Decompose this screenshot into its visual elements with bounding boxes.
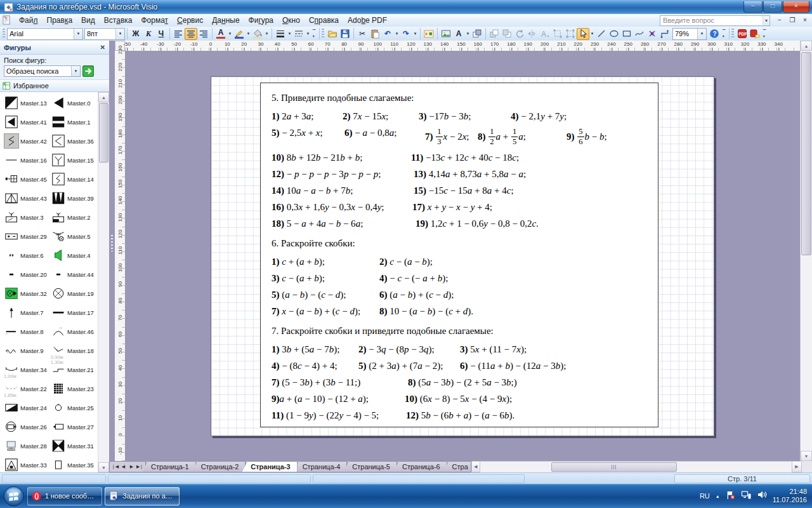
nav-first-icon[interactable]: ❘◀ bbox=[111, 464, 119, 469]
master-shape-Master.3[interactable]: Master.3 bbox=[4, 208, 51, 227]
chevron-down-icon[interactable]: ▾ bbox=[465, 28, 471, 40]
copy-drawing-button[interactable] bbox=[471, 28, 483, 40]
help-button[interactable]: ? bbox=[708, 28, 721, 40]
scroll-left-icon[interactable]: ◀ bbox=[471, 461, 480, 472]
menu-item-Фигура[interactable]: Фигура bbox=[244, 15, 278, 26]
selection-frame-button[interactable] bbox=[551, 28, 564, 40]
mdi-close-button[interactable]: × bbox=[801, 16, 809, 25]
undo-button[interactable]: ↶ bbox=[381, 28, 394, 40]
scroll-down-icon[interactable]: ▼ bbox=[801, 451, 812, 461]
scroll-up-icon[interactable]: ▲ bbox=[801, 41, 812, 51]
paste-button[interactable] bbox=[369, 28, 381, 40]
mdi-restore-button[interactable]: ❐ bbox=[788, 16, 797, 25]
master-shape-Master.32[interactable]: Master.32 bbox=[4, 284, 51, 303]
page-tab-Страница-3[interactable]: Страница-3 bbox=[242, 461, 297, 472]
master-shape-Master.8[interactable]: Master.8 bbox=[4, 322, 51, 341]
scroll-up-icon[interactable]: ▲ bbox=[98, 92, 109, 102]
line-color-button[interactable] bbox=[233, 28, 246, 40]
favorites-section-header[interactable]: Избранное bbox=[0, 79, 109, 92]
save-button[interactable] bbox=[339, 28, 351, 40]
connection-point-button[interactable] bbox=[646, 28, 658, 40]
network-icon[interactable] bbox=[741, 490, 751, 502]
send-to-back-button[interactable] bbox=[501, 28, 513, 40]
master-shape-Master.25[interactable]: Master.25 bbox=[51, 398, 98, 417]
master-shape-Master.18[interactable]: 0,90мMaster.18 bbox=[51, 341, 98, 360]
toolbar-options-button[interactable]: ▔▾ bbox=[761, 28, 768, 40]
action-center-flag-icon[interactable] bbox=[726, 490, 735, 502]
line-tool-button[interactable] bbox=[595, 28, 608, 40]
page-tab-Страница-4[interactable]: Страница-4 bbox=[294, 461, 348, 472]
language-indicator[interactable]: RU bbox=[700, 492, 710, 500]
toolbar-options-button[interactable]: ▔▾ bbox=[721, 28, 727, 40]
resize-corner[interactable] bbox=[802, 461, 812, 472]
menu-item-Формат[interactable]: Формат bbox=[136, 15, 173, 26]
stencil-button[interactable] bbox=[422, 28, 435, 40]
taskbar-task-visio[interactable]: Задания по алге... bbox=[105, 487, 180, 505]
line-pattern-button[interactable] bbox=[292, 28, 305, 40]
master-shape-Master.9[interactable]: Master.9 bbox=[4, 341, 51, 360]
master-shape-Master.31[interactable]: Master.31 bbox=[51, 436, 98, 455]
chevron-down-icon[interactable]: ▾ bbox=[74, 29, 82, 39]
master-shape-Master.15[interactable]: Master.15 bbox=[51, 150, 98, 170]
menu-item-Вид[interactable]: Вид bbox=[77, 15, 100, 26]
toolbar-grip[interactable] bbox=[3, 29, 5, 39]
shape-search-input[interactable]: Образец поиска ▾ bbox=[4, 65, 81, 77]
page-tab-Страница-6[interactable]: Страница-6 bbox=[393, 461, 447, 472]
chevron-down-icon[interactable]: ▾ bbox=[71, 66, 80, 76]
pdf-review-button[interactable] bbox=[749, 28, 761, 40]
master-shape-Master.1[interactable]: Master.1 bbox=[51, 112, 98, 131]
nav-prev-icon[interactable]: ◀ bbox=[119, 464, 128, 469]
chevron-down-icon[interactable]: ▾ bbox=[589, 28, 595, 40]
master-shape-Master.39[interactable]: Master.39 bbox=[51, 189, 98, 208]
window-minimize-button[interactable]: − bbox=[743, 1, 763, 13]
decrease-font-button[interactable]: A bbox=[539, 28, 551, 40]
master-shape-Master.42[interactable]: Master.42 bbox=[4, 131, 51, 150]
toolbar-grip[interactable] bbox=[322, 29, 324, 39]
volume-icon[interactable] bbox=[757, 490, 767, 502]
master-shape-Master.2[interactable]: Master.2 bbox=[51, 208, 98, 227]
chevron-down-icon[interactable]: ▾ bbox=[227, 28, 233, 40]
master-shape-Master.35[interactable]: Master.35 bbox=[51, 455, 98, 472]
chevron-down-icon[interactable]: ▾ bbox=[412, 28, 418, 40]
clock[interactable]: 21:48 11.07.2016 bbox=[773, 488, 807, 504]
selection-net-button[interactable] bbox=[564, 28, 577, 40]
master-shape-Master.20[interactable]: Master.20 bbox=[4, 265, 51, 284]
menu-item-Справка[interactable]: Справка bbox=[304, 15, 343, 26]
chevron-down-icon[interactable]: ▾ bbox=[115, 29, 124, 39]
menu-item-Файл[interactable]: Файл bbox=[15, 15, 43, 26]
nav-last-icon[interactable]: ▶❘ bbox=[136, 464, 144, 469]
font-name-combo[interactable]: Arial▾ bbox=[7, 28, 83, 40]
exercise-text-frame[interactable]: 5. Приведите подобные слагаемые:1) 2a + … bbox=[260, 83, 658, 427]
chevron-down-icon[interactable]: ▾ bbox=[264, 28, 270, 40]
master-shape-Master.17[interactable]: Master.17 bbox=[51, 303, 98, 322]
toolbar-options-button[interactable]: ▔▾ bbox=[311, 28, 317, 40]
chevron-down-icon[interactable]: ▾ bbox=[305, 28, 311, 40]
master-shape-Master.46[interactable]: Master.46 bbox=[51, 322, 98, 341]
italic-button[interactable]: К bbox=[142, 28, 155, 40]
master-shape-Master.36[interactable]: Master.36 bbox=[51, 131, 98, 150]
master-shape-Master.28[interactable]: Master.28 bbox=[4, 436, 51, 455]
chevron-down-icon[interactable]: ▾ bbox=[287, 28, 292, 40]
pdf-convert-button[interactable]: PDF bbox=[736, 28, 749, 40]
bold-button[interactable]: Ж bbox=[129, 28, 142, 40]
search-go-button[interactable] bbox=[82, 65, 94, 77]
font-color-button[interactable]: A bbox=[214, 28, 227, 40]
line-weight-button[interactable] bbox=[274, 28, 287, 40]
master-shape-Master.5[interactable]: Master.5 bbox=[51, 227, 98, 246]
bring-to-front-button[interactable] bbox=[488, 28, 501, 40]
menu-item-Вставка[interactable]: Вставка bbox=[100, 15, 137, 26]
page-tab-Страница-2[interactable]: Страница-2 bbox=[192, 461, 246, 472]
menu-item-Правка[interactable]: Правка bbox=[43, 15, 77, 26]
master-shape-Master.19[interactable]: Master.19 bbox=[51, 284, 98, 303]
horizontal-scrollbar[interactable] bbox=[480, 461, 792, 472]
start-button[interactable] bbox=[2, 485, 25, 508]
zoom-combo[interactable]: 79%▾ bbox=[672, 28, 707, 40]
master-shape-Master.4[interactable]: Master.4 bbox=[51, 246, 98, 265]
text-tool-button[interactable]: A bbox=[452, 28, 465, 40]
master-shape-Master.22[interactable]: 1,85мMaster.22 bbox=[4, 379, 51, 398]
master-shape-Master.21[interactable]: 1,30мMaster.21 bbox=[51, 360, 98, 379]
master-shape-Master.29[interactable]: Master.29 bbox=[4, 227, 51, 246]
toolbar-grip[interactable] bbox=[731, 29, 734, 39]
menu-item-Adobe PDF[interactable]: Adobe PDF bbox=[343, 15, 391, 26]
page-tab-Страница-1[interactable]: Страница-1 bbox=[142, 461, 196, 472]
